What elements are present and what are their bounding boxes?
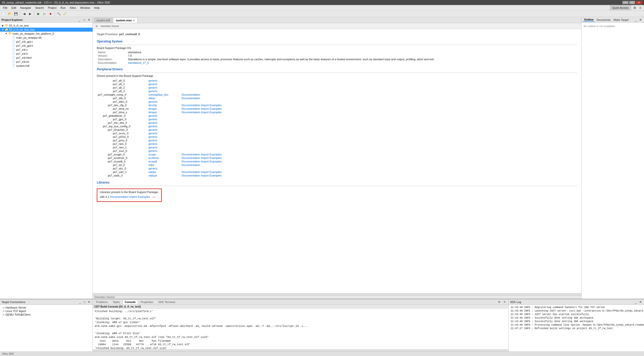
left-panel-maximize[interactable]: □: [82, 18, 86, 22]
sdklog-minimize[interactable]: _: [634, 300, 638, 304]
toolbar-open[interactable]: 📂: [7, 11, 13, 17]
lib-examples-link[interactable]: Import Examples: [129, 195, 150, 198]
editor-scrollbar[interactable]: [93, 293, 581, 295]
pd-section-header: Peripheral Drivers: [97, 68, 577, 71]
toolbar-new[interactable]: 📄: [1, 11, 7, 17]
tab-system-mss[interactable]: system.mss ✕: [113, 18, 137, 23]
right-panel-minimize[interactable]: _: [634, 18, 638, 22]
tc-close[interactable]: ✕: [87, 300, 91, 304]
menu-item-run[interactable]: Run: [58, 6, 67, 10]
peripheral-doc-link-22-0[interactable]: Documentation: [182, 156, 200, 159]
peripheral-doc-link-21-0[interactable]: Documentation: [182, 153, 200, 156]
menu-item-file[interactable]: File: [1, 6, 10, 10]
tab-documents[interactable]: Documents: [596, 18, 612, 22]
toolbar-icon-1[interactable]: ⊞: [632, 5, 637, 11]
console-tab-problems[interactable]: Problems: [94, 300, 110, 304]
maximize-button[interactable]: □: [629, 1, 635, 4]
toolbar-run[interactable]: ▷: [42, 11, 47, 17]
lib-doc-link[interactable]: Documentation: [110, 195, 128, 198]
tc-header: Target Connections _ □ ✕: [0, 299, 93, 305]
tab-make-target[interactable]: Make Target: [613, 18, 630, 22]
tree-item-3[interactable]: 📄main_ps_wrapper.bit: [0, 36, 93, 40]
log-line-2: 21:43:40 INFO : XSCT server has started …: [511, 313, 642, 316]
tree-item-2[interactable]: ▼📁main_ps_wrapper_hw_platform_0: [0, 32, 93, 36]
tab-system-mss-close[interactable]: ✕: [133, 19, 135, 22]
toolbar-debug[interactable]: ▶: [36, 11, 41, 17]
menu-item-help[interactable]: Help: [92, 6, 102, 10]
right-panel-close[interactable]: ✕: [638, 18, 642, 22]
tree-item-0[interactable]: ▶📁03_tt_tf_rw_test: [0, 24, 93, 28]
toolbar-icon-2[interactable]: ≡: [637, 5, 643, 11]
peripheral-doc-link-23-1[interactable]: Import Examples: [201, 160, 222, 163]
menu-item-xilinx[interactable]: Xilinx: [67, 6, 78, 10]
toolbar-back[interactable]: ◀: [21, 11, 27, 17]
tree-item-5[interactable]: 📄ps7_init_gpl.h: [0, 44, 93, 48]
peripheral-doc-link-8-0[interactable]: Documentation: [182, 107, 200, 110]
outline-content: An outline is not available.: [582, 23, 644, 299]
tc-qemu[interactable]: ▷ QEMU TcfGdbClient: [0, 313, 93, 316]
console-tab-tasks[interactable]: Tasks: [110, 300, 122, 304]
peripheral-doc-link-27-0[interactable]: Documentation: [182, 174, 200, 177]
os-doc-link[interactable]: standalone_v7_0: [128, 61, 149, 64]
peripheral-doc-link-27-1[interactable]: Import Examples: [201, 174, 222, 177]
tree-item-10[interactable]: 📄system.hdf: [0, 64, 93, 68]
peripheral-doc-link-9-1[interactable]: Import Examples: [201, 111, 222, 114]
peripheral-doc-link-4-0[interactable]: Documentation: [182, 93, 200, 96]
peripheral-doc-link-7-1[interactable]: Import Examples: [201, 104, 222, 107]
peripheral-doc-link-7-0[interactable]: Documentation: [182, 104, 200, 107]
peripheral-doc-link-24-0[interactable]: Documentation: [182, 163, 200, 166]
menu-item-window[interactable]: Window: [78, 6, 92, 10]
left-panel-close[interactable]: ✕: [87, 18, 91, 22]
peripheral-doc-link-26-1[interactable]: Import Examples: [201, 170, 222, 173]
peripheral-driver-19: generic: [147, 146, 180, 149]
tab-outline[interactable]: Outline: [583, 18, 595, 22]
toolbar-stop[interactable]: ■: [48, 11, 53, 17]
console-line-11: 'Finished building: 03_tt_tf_rw_test.elf…: [95, 346, 506, 349]
peripheral-docs-1: [180, 82, 242, 86]
tree-item-1[interactable]: ▼📁03_tt_tf_rw_test_bsp: [0, 28, 93, 32]
console-btn-2[interactable]: ✕: [502, 299, 507, 305]
console-btn-1[interactable]: ⚙: [496, 299, 502, 305]
minimize-button[interactable]: ─: [622, 1, 628, 4]
peripheral-row-7: ps7_dev_cfg_0devcfgDocumentation Import …: [97, 103, 242, 107]
tc-linux-tcf[interactable]: ▷ Linux TCF Agent: [0, 309, 93, 313]
menu-item-search[interactable]: Search: [33, 6, 46, 10]
left-panel-minimize[interactable]: _: [77, 18, 82, 22]
tree-item-4[interactable]: 📄ps7_init_gpl.c: [0, 40, 93, 44]
menu-item-edit[interactable]: Edit: [10, 6, 18, 10]
editor-source-btn[interactable]: Overview | Source: [99, 23, 120, 29]
bsp-label: Board Support Package OS.: [97, 46, 577, 49]
tc-minimize[interactable]: _: [78, 300, 82, 304]
tree-item-9[interactable]: 📄ps7_init.tcl: [0, 60, 93, 64]
peripheral-doc-link-8-1[interactable]: Import Examples: [201, 107, 222, 110]
console-line-9: text data bss dec hex filename: [95, 339, 506, 343]
console-tab-console[interactable]: Console: [123, 300, 138, 304]
toolbar-build[interactable]: 🔨: [56, 11, 61, 17]
quick-access-button[interactable]: Quick Access: [610, 6, 631, 10]
tree-item-7[interactable]: 📄ps7_init.h: [0, 52, 93, 56]
peripheral-doc-link-26-0[interactable]: Documentation: [182, 170, 200, 173]
console-tab-sdk-terminal[interactable]: SDK Terminal: [156, 300, 177, 304]
menu-item-navigate[interactable]: Navigate: [18, 6, 33, 10]
peripheral-row-2: ps7_afi_2generic: [97, 86, 242, 89]
console-scrollbar[interactable]: [93, 349, 508, 351]
toolbar-forward[interactable]: ▶: [27, 11, 33, 17]
peripheral-doc-link-9-0[interactable]: Documentation: [182, 111, 200, 114]
tree-item-8[interactable]: 📄ps7_init.html: [0, 56, 93, 60]
peripheral-doc-link-23-0[interactable]: Documentation: [182, 160, 200, 163]
editor-overview-btn[interactable]: ≡: [94, 23, 99, 29]
sdklog-close[interactable]: ✕: [638, 300, 642, 304]
tc-hardware-server[interactable]: ▷ Hardware Server: [0, 306, 93, 309]
peripheral-doc-link-21-1[interactable]: Import Examples: [201, 153, 222, 156]
peripheral-doc-link-5-0[interactable]: Documentation: [182, 97, 200, 100]
console-tab-properties[interactable]: Properties: [138, 300, 155, 304]
tab-system-hdf[interactable]: system.hdf: [94, 18, 113, 23]
close-button[interactable]: ✕: [636, 1, 642, 4]
peripheral-docs-3: [180, 89, 242, 93]
tree-item-6[interactable]: 📄ps7_init.c: [0, 48, 93, 52]
tc-maximize[interactable]: □: [83, 300, 87, 304]
toolbar-save[interactable]: 💾: [13, 11, 19, 17]
toolbar-clean[interactable]: 🧹: [62, 11, 67, 17]
peripheral-doc-link-22-1[interactable]: Import Examples: [201, 156, 222, 159]
menu-item-project[interactable]: Project: [46, 6, 58, 10]
